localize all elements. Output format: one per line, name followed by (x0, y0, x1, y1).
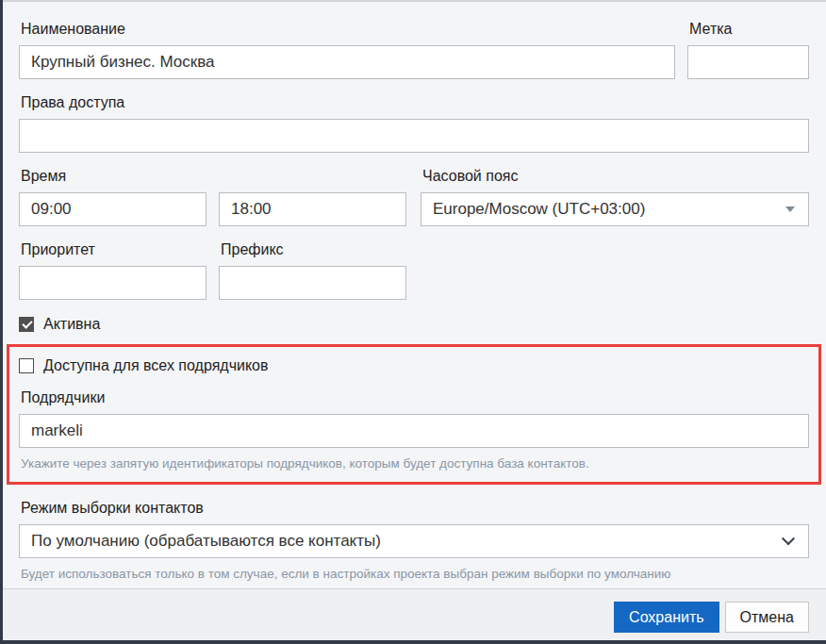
all-contractors-row: Доступна для всех подрядчиков (19, 357, 809, 374)
save-button[interactable]: Сохранить (614, 602, 719, 633)
contractors-highlight-box: Доступна для всех подрядчиков Подрядчики… (7, 344, 821, 485)
time-to-spacer (221, 168, 406, 185)
timezone-select[interactable]: Europe/Moscow (UTC+03:00) (421, 192, 809, 226)
dropdown-arrow-icon (785, 206, 795, 212)
name-input[interactable] (19, 45, 675, 79)
cancel-button[interactable]: Отмена (725, 602, 809, 633)
selection-mode-label: Режим выборки контактов (21, 500, 809, 517)
time-from-input[interactable] (19, 192, 206, 226)
name-label: Наименование (21, 21, 675, 38)
timezone-selected-value: Europe/Moscow (UTC+03:00) (433, 200, 645, 219)
form-footer: Сохранить Отмена (3, 588, 826, 640)
contractors-hint: Укажите через запятую идентификаторы под… (21, 456, 809, 471)
form-content: Наименование Метка Права доступа Время Ч… (3, 2, 826, 581)
time-to-input[interactable] (219, 192, 406, 226)
tag-input[interactable] (687, 45, 809, 79)
access-rights-input[interactable] (19, 119, 809, 153)
selection-mode-selected-value: По умолчанию (обрабатываются все контакт… (31, 532, 381, 551)
priority-prefix-row: Приоритет Префикс (19, 226, 809, 300)
prefix-input[interactable] (219, 266, 406, 300)
selection-mode-select[interactable]: По умолчанию (обрабатываются все контакт… (19, 524, 809, 558)
all-contractors-label: Доступна для всех подрядчиков (43, 357, 268, 374)
chevron-down-icon (782, 532, 795, 545)
tag-label: Метка (689, 21, 809, 38)
priority-input[interactable] (19, 266, 206, 300)
all-contractors-checkbox[interactable] (19, 358, 34, 373)
selection-mode-hint: Будет использоваться только в том случае… (21, 567, 809, 581)
contractors-label: Подрядчики (21, 389, 809, 406)
contractors-input[interactable] (19, 414, 809, 448)
access-rights-label: Права доступа (21, 94, 809, 111)
prefix-label: Префикс (221, 241, 406, 258)
time-label: Время (21, 168, 206, 185)
name-tag-row: Наименование Метка (19, 6, 809, 79)
form-panel: Наименование Метка Права доступа Время Ч… (3, 0, 826, 640)
active-label: Активна (43, 316, 100, 333)
active-row: Активна (19, 316, 809, 333)
timezone-label: Часовой пояс (422, 168, 809, 185)
priority-label: Приоритет (21, 241, 206, 258)
active-checkbox[interactable] (19, 317, 34, 332)
time-timezone-row: Время Часовой пояс Europe/Moscow (UTC+03… (19, 153, 809, 226)
